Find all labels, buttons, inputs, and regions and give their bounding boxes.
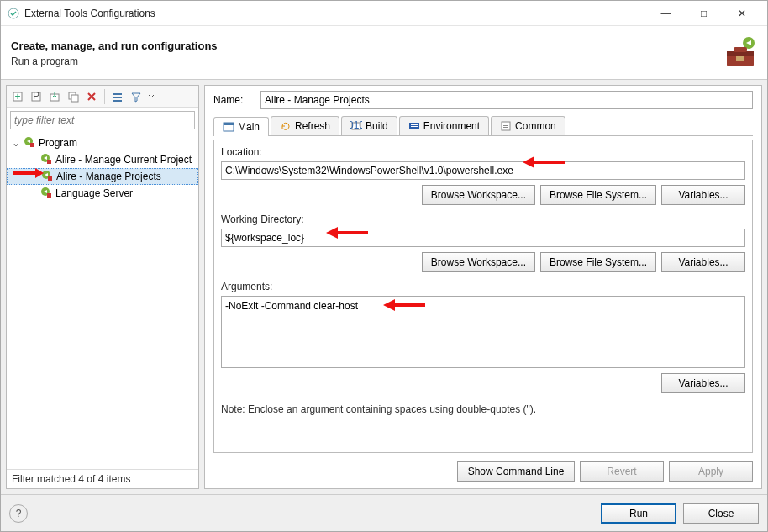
filter-icon[interactable]: [129, 89, 144, 104]
name-label: Name:: [213, 94, 255, 106]
filter-status: Filter matched 4 of 4 items: [7, 469, 198, 488]
svg-text:P: P: [33, 91, 39, 102]
svg-text:+: +: [14, 91, 20, 103]
svg-rect-30: [411, 126, 418, 127]
tree-root-program[interactable]: ⌄ Program: [7, 134, 198, 151]
tree-item-label: Alire - Manage Current Project: [55, 154, 192, 166]
location-input[interactable]: [221, 161, 745, 180]
browse-filesystem-button[interactable]: Browse File System...: [540, 185, 656, 205]
tab-refresh[interactable]: Refresh: [271, 116, 339, 135]
svg-text:010: 010: [350, 120, 362, 131]
chevron-down-icon[interactable]: ⌄: [12, 137, 20, 149]
window-titlebar: External Tools Configurations ― □ ✕: [1, 1, 767, 26]
close-button[interactable]: Close: [683, 503, 759, 524]
variables-button[interactable]: Variables...: [661, 185, 745, 205]
export-icon[interactable]: [47, 89, 62, 104]
svg-rect-15: [113, 100, 122, 102]
maximize-button[interactable]: □: [685, 1, 723, 26]
svg-rect-17: [30, 143, 34, 147]
svg-rect-29: [411, 124, 418, 125]
variables-button-3[interactable]: Variables...: [661, 373, 745, 393]
tab-body-main: Location: Browse Workspace... Browse Fil…: [213, 140, 753, 453]
filter-dropdown-icon[interactable]: [147, 89, 155, 104]
apply-button[interactable]: Apply: [669, 461, 753, 482]
duplicate-icon[interactable]: [66, 89, 81, 104]
browse-workspace-button-2[interactable]: Browse Workspace...: [422, 252, 535, 272]
variables-button-2[interactable]: Variables...: [661, 252, 745, 272]
dialog-content: + P ⌄ Program Alire - Manage Current Pro…: [1, 80, 767, 494]
location-label: Location:: [221, 146, 745, 158]
program-icon: [41, 170, 53, 184]
workdir-label: Working Directory:: [221, 213, 745, 225]
args-textarea[interactable]: [221, 296, 745, 368]
new-config-icon[interactable]: +: [10, 89, 25, 104]
inner-action-row: Show Command Line Revert Apply: [213, 456, 753, 482]
revert-button[interactable]: Revert: [580, 461, 664, 482]
window-title: External Tools Configurations: [24, 8, 155, 19]
svg-rect-34: [503, 127, 508, 128]
tab-refresh-label: Refresh: [295, 120, 330, 132]
new-proto-icon[interactable]: P: [29, 89, 44, 104]
tab-env-label: Environment: [423, 120, 480, 132]
tree-root-label: Program: [39, 137, 77, 149]
tree-item-label: Alire - Manage Projects: [56, 171, 161, 182]
svg-rect-21: [48, 176, 52, 181]
tree-item[interactable]: Alire - Manage Projects: [7, 168, 198, 185]
svg-rect-33: [503, 125, 508, 126]
svg-rect-19: [47, 160, 51, 164]
tree-item[interactable]: Language Server: [7, 185, 198, 202]
right-panel: Name: Main Refresh 010 Build Environment: [204, 85, 762, 489]
name-row: Name:: [213, 91, 753, 109]
dialog-footer: ? Run Close: [1, 494, 767, 531]
svg-rect-4: [734, 47, 747, 52]
program-icon: [40, 187, 52, 201]
expand-all-icon[interactable]: [110, 89, 125, 104]
args-label: Arguments:: [221, 281, 745, 292]
header-brand-icon: [722, 34, 757, 72]
name-input[interactable]: [260, 91, 753, 109]
left-panel: + P ⌄ Program Alire - Manage Current Pro…: [6, 85, 199, 489]
browse-filesystem-button-2[interactable]: Browse File System...: [540, 252, 656, 272]
left-toolbar: + P: [7, 86, 198, 108]
tab-build-label: Build: [366, 120, 388, 132]
header-title: Create, manage, and run configurations: [11, 40, 218, 52]
program-type-icon: [24, 136, 35, 150]
svg-rect-23: [47, 193, 51, 198]
svg-rect-5: [736, 56, 744, 61]
help-icon[interactable]: ?: [9, 504, 28, 523]
tab-bar: Main Refresh 010 Build Environment Commo…: [213, 116, 753, 136]
tab-common-label: Common: [515, 120, 556, 132]
tab-main-label: Main: [238, 121, 260, 133]
dialog-header: Create, manage, and run configurations R…: [1, 26, 767, 80]
toolbar-separator: [104, 89, 105, 104]
svg-rect-13: [113, 93, 122, 95]
args-note: Note: Enclose an argument containing spa…: [221, 403, 745, 415]
header-subtitle: Run a program: [11, 55, 218, 67]
minimize-button[interactable]: ―: [647, 1, 685, 26]
filter-input[interactable]: [10, 111, 195, 129]
svg-rect-25: [224, 123, 234, 125]
svg-rect-32: [503, 124, 508, 124]
delete-icon[interactable]: [84, 89, 99, 104]
program-icon: [40, 153, 52, 167]
tab-environment[interactable]: Environment: [399, 116, 489, 135]
browse-workspace-button[interactable]: Browse Workspace...: [422, 185, 535, 205]
tree-item-label: Language Server: [55, 187, 133, 199]
tab-build[interactable]: 010 Build: [341, 116, 397, 135]
tab-main[interactable]: Main: [213, 117, 269, 136]
tab-common[interactable]: Common: [491, 116, 565, 135]
show-command-line-button[interactable]: Show Command Line: [457, 461, 575, 482]
config-tree: ⌄ Program Alire - Manage Current Project…: [7, 133, 198, 469]
close-window-button[interactable]: ✕: [723, 1, 760, 26]
app-icon: [8, 8, 19, 19]
svg-rect-14: [113, 97, 122, 98]
run-button[interactable]: Run: [601, 503, 676, 524]
svg-rect-12: [71, 95, 78, 102]
workdir-input[interactable]: [221, 229, 745, 247]
tree-item[interactable]: Alire - Manage Current Project: [7, 151, 198, 168]
